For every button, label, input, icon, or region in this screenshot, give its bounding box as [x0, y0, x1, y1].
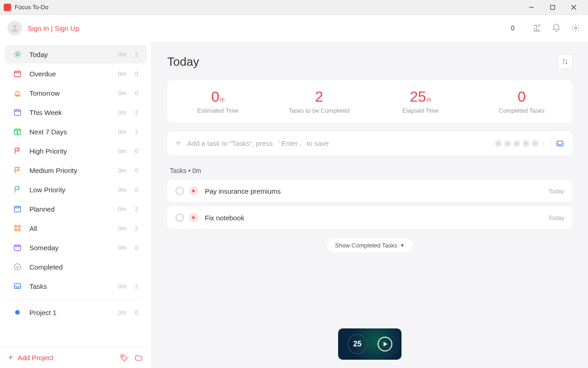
sidebar-item-label: Someday: [29, 244, 111, 252]
sidebar-item-low-priority[interactable]: Low Priority0m0: [5, 180, 147, 199]
svg-point-13: [18, 225, 21, 228]
minimize-button[interactable]: [521, 0, 542, 15]
sidebar-item-count: 0: [132, 70, 138, 77]
sidebar-item-meta: 0m: [114, 148, 126, 155]
sidebar-item-meta: 0m: [114, 70, 126, 77]
sidebar-item-meta: 0m: [114, 225, 126, 232]
sidebar-item-label: Low Priority: [29, 186, 111, 194]
sidebar-item-medium-priority[interactable]: Medium Priority0m0: [5, 161, 147, 179]
stat-elapsed-time: 25mElapsed Time: [370, 88, 471, 114]
stat-tasks-to-be-completed: 2Tasks to be Completed: [269, 88, 370, 114]
task-play-button[interactable]: [189, 186, 198, 196]
app-header: Sign In | Sign Up 0: [0, 15, 588, 41]
header-count: 0: [511, 24, 514, 32]
avatar[interactable]: [7, 21, 22, 35]
svg-point-22: [506, 142, 509, 145]
sidebar-item-label: Overdue: [29, 70, 111, 78]
close-button[interactable]: [563, 0, 584, 15]
flag-icon: [13, 166, 22, 175]
svg-point-20: [122, 356, 123, 356]
show-completed-label: Show Completed Tasks: [335, 242, 397, 249]
sidebar-item-count: 0: [132, 167, 138, 174]
svg-point-23: [515, 142, 519, 145]
tag-icon[interactable]: [120, 354, 128, 362]
svg-point-17: [14, 264, 21, 270]
svg-point-24: [524, 142, 528, 145]
sidebar-item-meta: 0m: [114, 186, 126, 193]
show-completed-button[interactable]: Show Completed Tasks ▼: [326, 238, 413, 253]
pomodoro-estimate[interactable]: ›: [495, 140, 546, 147]
sidebar-item-count: 0: [132, 309, 138, 316]
calendar7-icon: 7: [13, 127, 22, 136]
timer-play-button[interactable]: [378, 337, 392, 351]
section-title: Tasks • 0m: [167, 167, 572, 174]
task-due: Today: [548, 214, 564, 221]
svg-rect-11: [14, 207, 21, 212]
sidebar-item-label: Next 7 Days: [29, 128, 111, 136]
plus-icon: +: [175, 138, 181, 149]
inbox-icon[interactable]: [556, 139, 564, 148]
stat-value: 0m: [167, 88, 269, 105]
svg-text:7: 7: [17, 132, 18, 134]
sidebar-item-count: 0: [132, 90, 138, 97]
add-project-button[interactable]: + Add Project: [8, 353, 53, 362]
stat-label: Estimated Time: [167, 107, 269, 114]
sidebar-item-high-priority[interactable]: High Priority0m0: [5, 142, 147, 160]
sidebar-item-overdue[interactable]: Overdue0m0: [5, 64, 147, 83]
sunset-icon: [13, 88, 22, 98]
sidebar-item-planned[interactable]: Planned0m2: [5, 200, 147, 218]
stat-label: Completed Tasks: [471, 107, 573, 114]
sort-button[interactable]: [558, 54, 572, 69]
sidebar-item-someday[interactable]: Someday0m0: [5, 238, 147, 257]
timer-widget[interactable]: 25: [338, 328, 401, 360]
stats-icon[interactable]: [532, 23, 542, 33]
titlebar: Focus To-Do: [0, 0, 588, 15]
task-row[interactable]: Fix notebookToday: [167, 207, 572, 229]
sidebar-item-today[interactable]: Today0m2: [5, 45, 147, 63]
sidebar-item-this-week[interactable]: This Week0m2: [5, 103, 147, 121]
calendar-icon: [13, 204, 22, 213]
task-checkbox[interactable]: [175, 187, 184, 195]
task-row[interactable]: Pay insurance premiumsToday: [167, 180, 572, 202]
sidebar-item-label: Project 1: [29, 309, 111, 316]
add-project-label: Add Project: [18, 354, 54, 362]
sidebar-item-count: 2: [132, 283, 138, 290]
sidebar-item-label: This Week: [29, 109, 111, 116]
sidebar-project[interactable]: Project 10m0: [5, 303, 147, 322]
flag-icon: [13, 185, 22, 194]
task-checkbox[interactable]: [175, 213, 184, 222]
sidebar-item-meta: 0m: [114, 109, 126, 116]
sidebar-item-label: Tasks: [29, 282, 111, 290]
bell-icon[interactable]: [551, 23, 561, 33]
sidebar-item-count: 2: [132, 51, 138, 58]
add-task-input[interactable]: [187, 139, 490, 147]
sidebar-item-meta: 0m: [114, 167, 126, 174]
sidebar-item-count: 2: [132, 128, 138, 135]
folder-icon[interactable]: [135, 354, 143, 362]
calendar-icon: [13, 243, 22, 252]
flag-icon: [13, 146, 22, 155]
caret-down-icon: ▼: [400, 243, 405, 248]
sidebar-item-completed[interactable]: Completed: [5, 258, 147, 276]
svg-point-15: [18, 229, 21, 231]
sidebar-item-count: 2: [132, 225, 138, 232]
task-play-button[interactable]: [189, 213, 198, 222]
sidebar-item-next-7-days[interactable]: 7Next 7 Days0m2: [5, 122, 147, 141]
svg-point-19: [15, 310, 20, 315]
sidebar-item-meta: 0m: [114, 128, 126, 135]
app-icon: [4, 4, 11, 11]
svg-point-6: [16, 53, 19, 56]
stat-value: 2: [269, 88, 370, 105]
stat-estimated-time: 0mEstimated Time: [167, 88, 269, 114]
sidebar-item-all[interactable]: All0m2: [5, 219, 147, 237]
svg-point-12: [15, 225, 17, 228]
sidebar-item-count: 0: [132, 148, 138, 155]
sidebar-item-tomorrow[interactable]: Tomorrow0m0: [5, 84, 147, 102]
plus-icon: +: [8, 353, 13, 362]
gear-icon[interactable]: [571, 23, 581, 33]
maximize-button[interactable]: [542, 0, 563, 15]
check-icon: [13, 262, 22, 271]
svg-rect-8: [14, 110, 21, 115]
signin-link[interactable]: Sign In | Sign Up: [28, 24, 79, 32]
sidebar-item-tasks[interactable]: Tasks0m2: [5, 277, 147, 295]
